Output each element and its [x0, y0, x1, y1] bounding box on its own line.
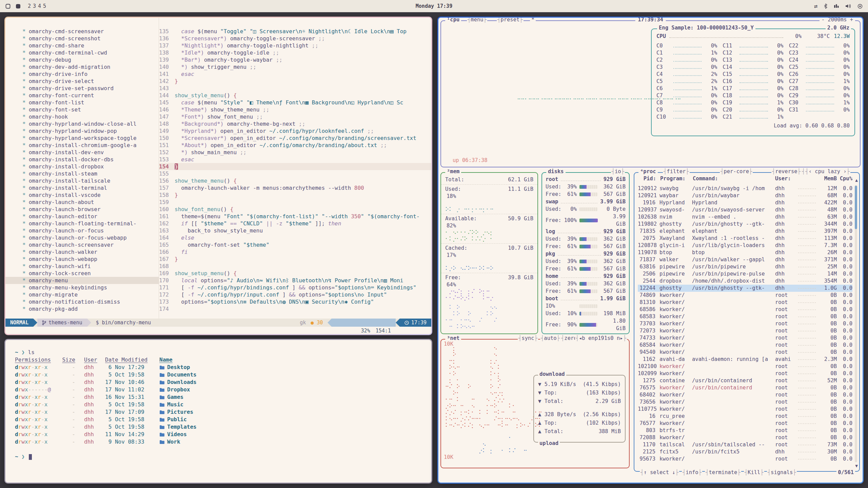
file-item[interactable]: *omarchy-launch-about [22, 199, 159, 206]
code-pane[interactable]: 135 case $(menu "Toggle" "◫ Screensaver\… [159, 18, 431, 319]
file-item[interactable]: *omarchy-hook [22, 113, 159, 120]
file-item[interactable]: *omarchy-font-current [22, 92, 159, 99]
code-line[interactable]: 171 [ -f ~/.config/hypr/bindings.conf ] … [159, 284, 431, 291]
proc-row[interactable]: 73656kworker/root0B0.0 [638, 399, 852, 406]
proc-row[interactable]: 102099kworker/root0B0.0 [638, 370, 852, 377]
scroll-up-arrow[interactable]: ▲ [855, 178, 858, 183]
terminal-output[interactable]: ~ ❯ lsPermissionsSizeUserDate ModifiedNa… [5, 340, 431, 483]
file-item[interactable]: *omarchy-launch-editor [22, 213, 159, 220]
proc-row[interactable]: 68402kworker/root0B0.0 [638, 391, 852, 399]
proc-row[interactable]: 94540kworker/root0B0.0 [638, 349, 852, 356]
file-item[interactable]: *omarchy-launch-floating-terminal- [22, 220, 159, 227]
workspace-2[interactable]: 2 [28, 3, 31, 9]
preset-button[interactable]: preset [497, 18, 524, 23]
code-line[interactable]: 149 *Hyprland*) open_in_editor ~/.config… [159, 127, 431, 135]
workspace-4[interactable]: 4 [38, 3, 41, 9]
file-item[interactable]: *omarchy-drive-set-password [22, 85, 159, 92]
file-item[interactable]: *omarchy-pkg-add [22, 305, 159, 312]
code-line[interactable]: 138 *Idle*) omarchy-toggle-idle ;; [159, 49, 431, 56]
proc-row[interactable]: 16rcu_preeroot0B0.0 [638, 413, 852, 420]
file-item[interactable]: *omarchy-menu-keybindings [22, 284, 159, 291]
command-line[interactable] [5, 327, 431, 334]
file-list-pane[interactable]: *omarchy-cmd-screensaver*omarchy-cmd-scr… [5, 18, 159, 319]
code-line[interactable]: 159 [159, 199, 431, 206]
proc-row[interactable]: 120878glycin-i/usr/lib/glycin-loadersdhh… [638, 242, 852, 249]
file-item[interactable]: *omarchy-dev-add-migration [22, 63, 159, 70]
proc-row[interactable]: 74733kworker/root0B0.0 [638, 334, 852, 342]
file-item[interactable]: *omarchy-migrate [22, 291, 159, 298]
screencast-icon[interactable]: ⇄ [814, 3, 817, 9]
code-line[interactable]: 150 *Screensaver*) open_in_editor ~/.con… [159, 135, 431, 142]
proc-reverse-toggle[interactable]: reverse [771, 168, 801, 175]
code-line[interactable]: 156show_theme_menu() { [159, 177, 431, 184]
file-item[interactable]: *omarchy-hyprland-window-close-all [22, 120, 159, 127]
code-line[interactable]: 135 case $(menu "Toggle" "◫ Screensaver\… [159, 28, 431, 35]
net-sync-toggle[interactable]: sync [518, 335, 538, 341]
settings-icon[interactable] [857, 4, 863, 9]
code-line[interactable]: 141 esac [159, 70, 431, 78]
proc-row[interactable]: 2544dropbox/home/dhh/.dropbox-distdhh354… [638, 278, 852, 285]
file-item[interactable]: *omarchy-launch-webapp [22, 256, 159, 263]
code-line[interactable]: 166 fi [159, 248, 431, 256]
proc-row[interactable]: 1162avahi-daavahi-daemon: running [aavah… [638, 356, 852, 363]
file-item[interactable]: *omarchy-install-dev-env [22, 149, 159, 156]
code-line[interactable]: 152 *) show_main_menu ;; [159, 149, 431, 156]
scrollbar-thumb[interactable] [855, 186, 857, 229]
proc-row[interactable]: 1275containe/usr/bin/containerdroot52M0.… [638, 377, 852, 384]
proc-sort-selector[interactable]: ‹ cpu lazy › [805, 168, 850, 175]
proc-row[interactable]: 120937swayosd-/usr/bin/swayosd-serverdhh… [638, 206, 852, 214]
info-key[interactable]: info [682, 469, 702, 475]
proc-row[interactable]: 102100kworker/root0B0.0 [638, 363, 852, 370]
omarchy-logo-icon[interactable] [5, 4, 11, 9]
signals-key[interactable]: signals [767, 469, 797, 475]
proc-row[interactable]: 2075XwaylandXwayland :1 -rootless -dhh11… [638, 235, 852, 242]
proc-row[interactable]: 110775kworker/root0B0.0 [638, 406, 852, 413]
proc-row[interactable]: 71837walker/usr/bin/walker --gappldhh371… [638, 256, 852, 263]
proc-row[interactable]: 72088kworker/root0B0.0 [638, 434, 852, 441]
file-item[interactable]: *omarchy-install-vscode [22, 191, 159, 199]
code-line[interactable]: 143 [159, 85, 431, 92]
code-line[interactable]: 144show_style_menu() { [159, 92, 431, 99]
code-line[interactable]: 167} [159, 256, 431, 263]
io-mode-toggle[interactable]: io [611, 168, 625, 175]
code-line[interactable]: 160show_font_menu() { [159, 206, 431, 213]
code-line[interactable]: 137 *Nightlight*) omarchy-toggle-nightli… [159, 42, 431, 49]
workspace-1-active[interactable] [16, 4, 20, 8]
file-item[interactable]: *omarchy-install-terminal [22, 184, 159, 191]
file-item[interactable]: *omarchy-drive-select [22, 78, 159, 85]
workspace-3[interactable]: 3 [33, 3, 36, 9]
proc-row[interactable]: 120921waybar/usr/bin/waybardhh68M0.0 [638, 192, 852, 199]
proc-row[interactable]: 1170tailscal/usr/sbin/tailscaled --root7… [638, 441, 852, 448]
proc-row[interactable]: 119802ghostty/usr/bin/ghostty --gtk-dhh3… [638, 221, 852, 228]
update-interval-control[interactable]: - 2000ms + [820, 18, 855, 23]
proc-per-core-toggle[interactable]: per-core [720, 168, 753, 175]
code-line[interactable]: 157 omarchy-launch-walker -m menus:omarc… [159, 184, 431, 191]
proc-row[interactable]: 119078btopbtopdhh26M0.0 [638, 249, 852, 256]
proc-row[interactable]: 76577kworker/root0B0.0 [638, 420, 852, 427]
file-item[interactable]: *omarchy-install-dropbox [22, 163, 159, 170]
file-item[interactable]: *omarchy-launch-or-focus [22, 227, 159, 234]
code-line[interactable]: 140 *) show_trigger_menu ;; [159, 63, 431, 70]
code-line[interactable]: 169show_setup_menu() { [159, 270, 431, 277]
code-line[interactable]: 158} [159, 191, 431, 199]
process-table[interactable]: 120912swaybg/usr/bin/swaybg -i /homdhh12… [638, 185, 852, 467]
file-item[interactable]: *omarchy-install-chromium-google-a [22, 142, 159, 149]
file-item[interactable]: *omarchy-cmd-terminal-cwd [22, 49, 159, 56]
file-item[interactable]: *omarchy-cmd-share [22, 42, 159, 49]
proc-row[interactable]: 102638nvimnvim --embed .dhh63M0.0 [638, 214, 852, 221]
proc-row[interactable]: 95673kworker/root0B0.0 [638, 455, 852, 463]
code-line[interactable]: 161 theme=$(menu "Font" "$(omarchy-font-… [159, 213, 431, 220]
proc-row[interactable]: 120912swaybg/usr/bin/swaybg -i /homdhh12… [638, 185, 852, 192]
volume-icon[interactable] [845, 4, 851, 8]
kill-key[interactable]: Kill [744, 469, 764, 475]
code-line[interactable]: 136 *Screensaver*) omarchy-toggle-screen… [159, 35, 431, 42]
code-line[interactable]: 170 local options="♪ Audio\n≈ Wifi\nᛒ Bl… [159, 277, 431, 284]
file-item[interactable]: *omarchy-install-tailscale [22, 177, 159, 184]
code-line[interactable]: 146 *Theme*) show_theme_menu ;; [159, 106, 431, 113]
file-item[interactable]: *omarchy-cmd-screensaver [22, 28, 159, 35]
proc-row[interactable]: 2506pipewire/usr/bin/pipewire-pulsedhh14… [638, 270, 852, 278]
proc-row[interactable]: 71835elephantelephantdhh397M0.0 [638, 228, 852, 235]
proc-row[interactable]: 803btrfs-trroot0B0.0 [638, 427, 852, 434]
code-line[interactable]: 173 options="$options\n≡ Defaults\n◍ DNS… [159, 298, 431, 305]
file-item[interactable]: *omarchy-launch-or-focus-webapp [22, 234, 159, 241]
